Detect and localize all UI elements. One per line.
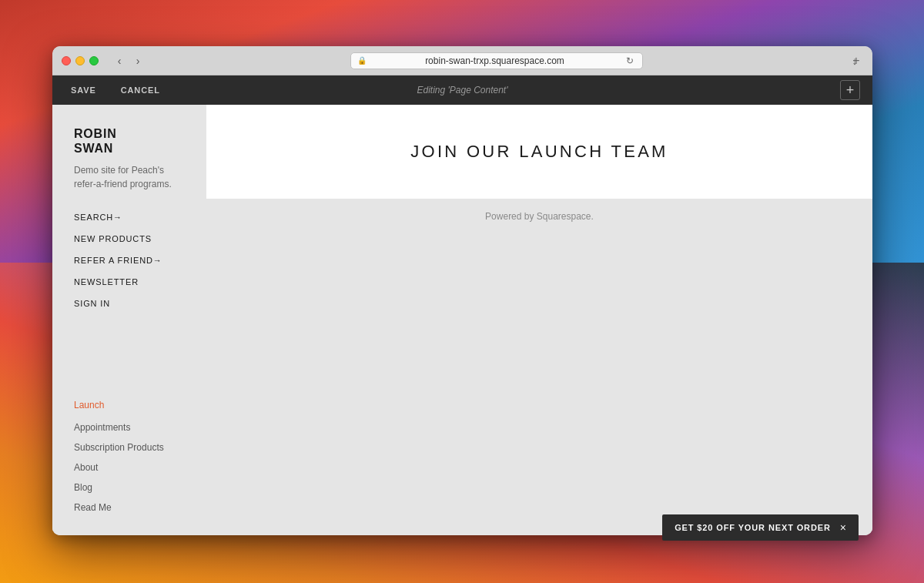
traffic-lights (62, 56, 99, 65)
sidebar-link-subscription-products[interactable]: Subscription Products (74, 440, 185, 454)
address-bar-container: 🔒 robin-swan-trxp.squarespace.com ↻ (176, 52, 817, 69)
address-bar[interactable]: 🔒 robin-swan-trxp.squarespace.com ↻ (350, 52, 643, 69)
page-title: JOIN OUR LAUNCH TEAM (222, 142, 857, 162)
url-text: robin-swan-trxp.squarespace.com (370, 55, 620, 66)
add-content-button[interactable]: + (840, 80, 860, 100)
nav-item-newsletter[interactable]: NEWSLETTER (74, 274, 185, 288)
nav-item-search[interactable]: SEARCH→ (74, 209, 185, 223)
sidebar-bottom: Launch Appointments Subscription Product… (74, 400, 185, 535)
reload-button[interactable]: ↻ (624, 55, 636, 67)
sidebar-links: Appointments Subscription Products About… (74, 420, 185, 514)
save-button[interactable]: SAVE (65, 82, 102, 98)
browser-content: SAVE CANCEL Editing 'Page Content' + ROB… (52, 75, 872, 535)
new-tab-button[interactable]: + (849, 54, 863, 68)
lock-icon: 🔒 (357, 56, 367, 65)
powered-by-text: Powered by Squarespace. (206, 199, 872, 234)
forward-button[interactable]: › (129, 54, 146, 68)
sidebar-link-about[interactable]: About (74, 460, 185, 474)
close-button[interactable] (62, 56, 71, 65)
notification-bar: GET $20 OFF YOUR NEXT ORDER × (662, 514, 859, 535)
site-description: Demo site for Peach's refer-a-friend pro… (74, 163, 185, 191)
main-content: JOIN OUR LAUNCH TEAM Powered by Squaresp… (206, 105, 872, 535)
browser-window: ‹ › 🔒 robin-swan-trxp.squarespace.com ↻ … (52, 46, 872, 535)
minimize-button[interactable] (75, 56, 85, 65)
content-panel[interactable]: JOIN OUR LAUNCH TEAM (206, 105, 872, 199)
nav-menu: SEARCH→ NEW PRODUCTS REFER A FRIEND→ NEW… (74, 209, 185, 317)
sidebar: ROBIN SWAN Demo site for Peach's refer-a… (52, 105, 206, 535)
editing-toolbar: SAVE CANCEL Editing 'Page Content' + (52, 75, 872, 105)
nav-buttons: ‹ › (111, 54, 146, 68)
sidebar-section-launch[interactable]: Launch (74, 400, 185, 410)
sidebar-link-read-me[interactable]: Read Me (74, 500, 185, 514)
nav-item-refer-friend[interactable]: REFER A FRIEND→ (74, 253, 185, 266)
maximize-button[interactable] (89, 56, 99, 65)
website-layout: ROBIN SWAN Demo site for Peach's refer-a… (52, 105, 872, 535)
sidebar-link-blog[interactable]: Blog (74, 480, 185, 494)
cancel-button[interactable]: CANCEL (115, 82, 166, 98)
sidebar-link-appointments[interactable]: Appointments (74, 420, 185, 434)
site-title: ROBIN SWAN (74, 126, 185, 156)
notification-text: GET $20 OFF YOUR NEXT ORDER (675, 523, 831, 532)
nav-item-sign-in[interactable]: SIGN IN (74, 296, 185, 310)
nav-item-new-products[interactable]: NEW PRODUCTS (74, 231, 185, 245)
back-button[interactable]: ‹ (111, 54, 128, 68)
browser-titlebar: ‹ › 🔒 robin-swan-trxp.squarespace.com ↻ … (52, 46, 872, 75)
editing-label: Editing 'Page Content' (417, 85, 508, 95)
notification-close-button[interactable]: × (840, 522, 846, 533)
